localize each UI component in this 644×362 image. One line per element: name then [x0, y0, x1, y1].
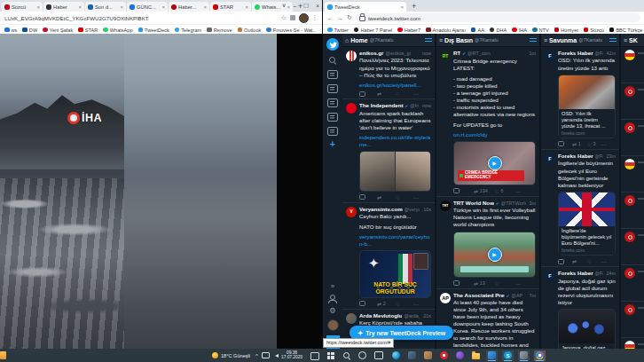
column-header[interactable]: ⌂ Home @7Kantalu	[342, 34, 435, 47]
retweet-icon[interactable]: ⇄13	[474, 280, 494, 287]
tweet[interactable]: The Independent ✔ @Indepe... now America…	[342, 99, 435, 202]
more-icon[interactable]: ⋯	[515, 280, 536, 287]
bookmark-item[interactable]: Remove	[207, 28, 232, 33]
extensions-icon[interactable]	[290, 15, 295, 20]
close-button[interactable]: ×	[316, 3, 319, 9]
more-icon[interactable]: ⋯	[515, 188, 536, 194]
reply-icon[interactable]	[359, 301, 377, 306]
bookmark-item[interactable]: İHA	[512, 28, 527, 33]
maximize-button[interactable]: ▢	[303, 2, 309, 9]
tab-close-icon[interactable]: ×	[78, 4, 82, 10]
volume-icon[interactable]	[273, 354, 279, 358]
like-icon[interactable]: ♡	[396, 301, 413, 307]
like-icon[interactable]: ♡	[495, 280, 515, 287]
video-player[interactable]: İHA	[0, 34, 277, 349]
more-icon[interactable]: ⋯	[601, 141, 616, 147]
like-icon[interactable]: ♡	[587, 258, 601, 264]
bookmark-item[interactable]: DW	[22, 28, 37, 33]
bookmark-item[interactable]: Telegram	[175, 28, 202, 33]
link-card[interactable]: OSD: Yılın ilk yarısında üretim yüzde 13…	[558, 75, 616, 138]
link-card[interactable]: İngiltere'de büyümenin gelecek yıl Euro …	[558, 192, 616, 256]
column-header[interactable]: ≡ SK	[621, 34, 644, 47]
like-icon[interactable]: ♡3	[587, 141, 601, 147]
bookmark-item[interactable]: WhatsApp	[103, 28, 132, 33]
tweet[interactable]	[621, 229, 644, 265]
bookmark-item[interactable]: Hürriyet	[554, 28, 578, 33]
reply-icon[interactable]	[453, 280, 474, 286]
tab-star[interactable]: STAR×	[210, 2, 251, 12]
tweet-author[interactable]: RT	[453, 50, 460, 56]
tweet[interactable]: F Foreks Haber @ForeksTurkey 42m OSD: Yı…	[541, 47, 619, 150]
bookmark-item[interactable]: Haber 7 Panel	[354, 28, 392, 33]
tab-close-icon[interactable]: ×	[36, 4, 40, 10]
back-icon[interactable]: ←	[327, 15, 334, 21]
column-shortcut-icon[interactable]	[327, 84, 338, 93]
column-shortcut-icon[interactable]	[327, 127, 338, 136]
column-settings-icon[interactable]	[425, 37, 432, 43]
tweet[interactable]	[621, 193, 644, 229]
reply-icon[interactable]	[453, 188, 474, 193]
minimize-button[interactable]: –	[293, 3, 296, 9]
tweet[interactable]	[621, 156, 644, 193]
column-settings-icon[interactable]	[530, 37, 537, 43]
reply-icon[interactable]	[558, 141, 572, 146]
bookmark-item[interactable]: Haber7	[397, 28, 420, 33]
retweet-icon[interactable]: ⇄2	[377, 301, 395, 307]
column-shortcut-icon[interactable]	[327, 113, 338, 122]
bookmark-item[interactable]: Fmovies-Se - Wat...	[266, 28, 317, 33]
add-column-button[interactable]: +	[330, 141, 335, 148]
bookmark-item[interactable]: STAR	[78, 28, 98, 33]
bookmark-item[interactable]: Yeni Şafak	[43, 28, 73, 33]
retweet-icon[interactable]: ⇄	[377, 90, 395, 97]
twitter-logo-icon[interactable]	[326, 38, 339, 51]
tab-close-icon[interactable]: ×	[245, 4, 248, 10]
tab-tweetdeck[interactable]: TweetDeck×	[325, 2, 406, 12]
retweet-icon[interactable]: ⇄	[377, 194, 395, 201]
folder-icon[interactable]	[0, 351, 6, 359]
new-tab-button[interactable]: +	[407, 2, 420, 11]
tab-close-icon[interactable]: ×	[203, 4, 207, 10]
edge-icon[interactable]	[390, 350, 402, 361]
tweet-author[interactable]: enikos.gr	[359, 50, 384, 56]
tweet-author[interactable]: Veryansintv.com	[359, 206, 403, 212]
retweet-icon[interactable]: ⇄134	[474, 188, 494, 194]
tweet-author[interactable]: TRT World Now	[453, 200, 494, 206]
column-header[interactable]: ≡ Dış Basın @7Kantalu	[436, 34, 539, 47]
tweet-video[interactable]: ▶	[453, 232, 536, 278]
search-icon[interactable]	[328, 56, 337, 65]
photos-icon[interactable]	[406, 350, 418, 361]
tweet-author[interactable]: Foreks Haber	[558, 270, 593, 276]
tweet[interactable]	[621, 265, 644, 302]
bookmark-item[interactable]: BBC Türkçe	[609, 28, 643, 33]
tweet[interactable]: RT RT ✔ @RT_com 1m Crimea Bridge emergen…	[436, 47, 539, 197]
column-settings-icon[interactable]	[609, 37, 617, 43]
profile-avatar[interactable]	[299, 13, 309, 23]
bookmark-item[interactable]: AA	[471, 28, 484, 33]
bookmark-item[interactable]: Outlook	[238, 28, 262, 33]
reply-icon[interactable]	[558, 259, 572, 264]
address-bar[interactable]: LUxK_EVGrA9qMVKDEtC_YKGcFWU2G7U9OXlNKPlB…	[4, 13, 278, 22]
tab-guncel[interactable]: GÜNC...×	[127, 2, 168, 12]
browser-menu-icon[interactable]: ⋮	[312, 14, 318, 21]
tab-list-dropdown-icon[interactable]: ∨	[282, 2, 287, 9]
like-icon[interactable]: ♡	[396, 194, 413, 201]
chrome-icon[interactable]	[534, 350, 546, 361]
tweet-link[interactable]: veryansintv.com/yazar/ceyhun-b...	[359, 233, 431, 248]
retweet-icon[interactable]: ⇄	[572, 258, 586, 264]
bookmark-item[interactable]: ws	[4, 28, 17, 33]
tweet-link[interactable]: enikos.gr/society/panell...	[359, 82, 431, 89]
like-icon[interactable]: ♡	[396, 90, 413, 97]
tweet-author[interactable]: Arda Mevlutoglu	[359, 312, 402, 319]
more-icon[interactable]: ⋯	[413, 90, 431, 97]
tweet-video[interactable]: ▶ CRIMEA BRIDGE EMERGENCY	[453, 141, 536, 185]
reply-icon[interactable]	[359, 194, 377, 200]
bookmark-item[interactable]: DHA	[490, 28, 507, 33]
skype-icon[interactable]: S	[502, 350, 514, 361]
address-bar[interactable]: tweetdeck.twitter.com	[356, 13, 640, 22]
gear-icon[interactable]: ⚙	[329, 307, 336, 315]
hidden-icons-chevron[interactable]: ^	[255, 353, 258, 358]
tweet-media[interactable]	[359, 151, 431, 192]
tweet-author[interactable]: Foreks Haber	[558, 153, 593, 159]
more-icon[interactable]: ⋯	[601, 258, 616, 264]
forward-icon[interactable]: →	[337, 15, 343, 21]
